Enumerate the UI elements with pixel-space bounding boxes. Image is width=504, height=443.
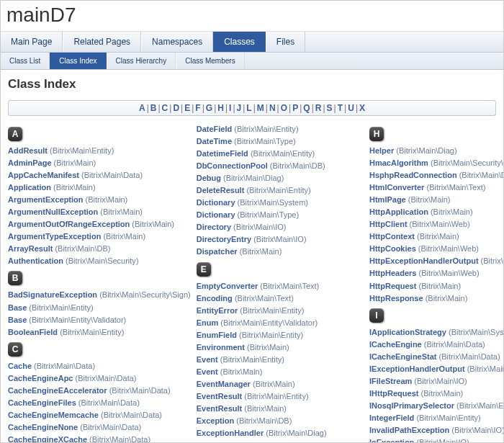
class-link[interactable]: EventManager (Bitrix\Main) — [197, 378, 364, 390]
class-link[interactable]: Directory (Bitrix\Main\IO) — [197, 221, 364, 233]
class-link[interactable]: CacheEngineNone (Bitrix\Main\Data) — [8, 421, 191, 434]
class-link[interactable]: AddResult (Bitrix\Main\Entity) — [8, 145, 191, 157]
alpha-link-f[interactable]: F — [195, 103, 200, 113]
class-link[interactable]: Event (Bitrix\Main\Entity) — [197, 354, 364, 366]
alpha-link-t[interactable]: T — [338, 103, 343, 113]
alpha-link-c[interactable]: C — [162, 103, 168, 113]
class-link[interactable]: BadSignatureException (Bitrix\Main\Secur… — [8, 289, 191, 301]
alpha-link-a[interactable]: A — [139, 103, 145, 113]
alpha-link-u[interactable]: U — [348, 103, 354, 113]
class-link[interactable]: Authentication (Bitrix\Main\Security) — [8, 255, 191, 267]
class-link[interactable]: Enum (Bitrix\Main\Entity\Validator) — [197, 317, 364, 329]
class-link[interactable]: IApplicationStrategy (Bitrix\Main\System… — [369, 326, 503, 339]
class-link[interactable]: HmacAlgorithm (Bitrix\Main\Security\Sign… — [369, 157, 503, 169]
class-link[interactable]: HsphpReadConnection (Bitrix\Main\Data) — [369, 169, 503, 182]
class-link[interactable]: IoException (Bitrix\Main\IO) — [369, 437, 503, 443]
tab-namespaces[interactable]: Namespaces — [141, 32, 213, 52]
class-link[interactable]: EventResult (Bitrix\Main) — [197, 403, 364, 415]
alpha-link-e[interactable]: E — [184, 103, 190, 113]
class-link[interactable]: ArgumentNullException (Bitrix\Main) — [8, 206, 191, 218]
class-link[interactable]: EventResult (Bitrix\Main\Entity) — [197, 390, 364, 403]
alpha-link-o[interactable]: O — [281, 103, 287, 113]
class-link[interactable]: HttpClient (Bitrix\Main\Web) — [369, 218, 503, 231]
class-link[interactable]: Event (Bitrix\Main) — [197, 366, 364, 378]
tab-files[interactable]: Files — [266, 32, 305, 52]
alpha-link-b[interactable]: B — [150, 103, 157, 113]
subtab-class-index[interactable]: Class Index — [50, 53, 106, 69]
class-link[interactable]: ICacheEngine (Bitrix\Main\Data) — [369, 339, 503, 351]
class-link[interactable]: DbConnectionPool (Bitrix\Main\DB) — [197, 160, 364, 172]
alpha-link-p[interactable]: P — [292, 103, 298, 113]
alpha-link-m[interactable]: M — [257, 103, 264, 113]
class-link[interactable]: CacheEngineXCache (Bitrix\Main\Data) — [8, 434, 191, 443]
alpha-link-r[interactable]: R — [315, 103, 322, 113]
class-link[interactable]: Base (Bitrix\Main\Entity\Validator) — [8, 314, 191, 326]
class-link[interactable]: Exception (Bitrix\Main\DB) — [197, 415, 364, 427]
class-link[interactable]: DeleteResult (Bitrix\Main\Entity) — [197, 184, 364, 197]
tab-main-page[interactable]: Main Page — [1, 32, 63, 52]
alpha-link-n[interactable]: N — [269, 103, 276, 113]
tab-classes[interactable]: Classes — [213, 32, 266, 52]
class-link[interactable]: Dispatcher (Bitrix\Main) — [197, 246, 364, 258]
alpha-link-g[interactable]: G — [206, 103, 212, 113]
tab-related-pages[interactable]: Related Pages — [63, 32, 141, 52]
subtab-class-members[interactable]: Class Members — [176, 53, 244, 69]
class-link[interactable]: Base (Bitrix\Main\Entity) — [8, 302, 191, 314]
class-link[interactable]: CacheEngineApc (Bitrix\Main\Data) — [8, 372, 191, 385]
class-link[interactable]: Cache (Bitrix\Main\Data) — [8, 360, 191, 372]
alpha-link-l[interactable]: L — [246, 103, 251, 113]
class-link[interactable]: EntityError (Bitrix\Main\Entity) — [197, 305, 364, 317]
class-link[interactable]: EmptyConverter (Bitrix\Main\Text) — [197, 280, 364, 292]
class-link[interactable]: ExceptionHandler (Bitrix\Main\Diag) — [197, 427, 364, 439]
class-link[interactable]: Environment (Bitrix\Main) — [197, 341, 364, 354]
class-link[interactable]: Debug (Bitrix\Main\Diag) — [197, 172, 364, 184]
subtab-class-hierarchy[interactable]: Class Hierarchy — [107, 53, 176, 69]
alpha-link-j[interactable]: J — [237, 103, 242, 113]
class-link[interactable]: ArrayResult (Bitrix\Main\DB) — [8, 243, 191, 255]
class-link[interactable]: HttpRequest (Bitrix\Main) — [369, 280, 503, 292]
class-link[interactable]: DirectoryEntry (Bitrix\Main\IO) — [197, 233, 364, 246]
class-link[interactable]: AppCacheManifest (Bitrix\Main\Data) — [8, 169, 191, 182]
class-link[interactable]: DatetimeField (Bitrix\Main\Entity) — [197, 148, 364, 160]
class-link[interactable]: CacheEngineEAccelerator (Bitrix\Main\Dat… — [8, 385, 191, 397]
class-link[interactable]: HttpHeaders (Bitrix\Main\Web) — [369, 267, 503, 279]
class-link[interactable]: IFileStream (Bitrix\Main\IO) — [369, 375, 503, 388]
class-link[interactable]: HttpApplication (Bitrix\Main) — [369, 206, 503, 218]
subtab-class-list[interactable]: Class List — [1, 53, 50, 69]
class-link[interactable]: Dictionary (Bitrix\Main\System) — [197, 197, 364, 209]
class-namespace: Bitrix\Main\Data — [84, 171, 140, 179]
class-link[interactable]: ArgumentException (Bitrix\Main) — [8, 194, 191, 206]
class-link[interactable]: HttpExceptionHandlerOutput (Bitrix\Main\… — [369, 255, 503, 267]
alpha-link-s[interactable]: S — [327, 103, 333, 113]
alpha-link-x[interactable]: X — [359, 103, 365, 113]
class-link[interactable]: BooleanField (Bitrix\Main\Entity) — [8, 326, 191, 339]
alpha-link-i[interactable]: I — [229, 103, 231, 113]
class-link[interactable]: Helper (Bitrix\Main\Diag) — [369, 145, 503, 157]
class-link[interactable]: ExceptionHandlerFormatter (Bitrix\Main\D… — [197, 439, 364, 443]
alpha-link-q[interactable]: Q — [303, 103, 310, 113]
class-link[interactable]: IntegerField (Bitrix\Main\Entity) — [369, 412, 503, 424]
class-link[interactable]: EnumField (Bitrix\Main\Entity) — [197, 329, 364, 341]
class-link[interactable]: InvalidPathException (Bitrix\Main\IO) — [369, 424, 503, 437]
class-link[interactable]: Application (Bitrix\Main) — [8, 182, 191, 194]
class-link[interactable]: CacheEngineMemcache (Bitrix\Main\Data) — [8, 409, 191, 421]
class-link[interactable]: IExceptionHandlerOutput (Bitrix\Main\Dia… — [369, 363, 503, 375]
class-link[interactable]: INosqlPrimarySelector (Bitrix\Main\Entit… — [369, 400, 503, 412]
class-link[interactable]: ArgumentOutOfRangeException (Bitrix\Main… — [8, 218, 191, 231]
class-link[interactable]: ArgumentTypeException (Bitrix\Main) — [8, 231, 191, 243]
class-link[interactable]: DateField (Bitrix\Main\Entity) — [197, 123, 364, 135]
class-link[interactable]: HttpResponse (Bitrix\Main) — [369, 292, 503, 305]
alpha-link-h[interactable]: H — [217, 103, 224, 113]
class-link[interactable]: HtmlConverter (Bitrix\Main\Text) — [369, 182, 503, 194]
class-link[interactable]: AdminPage (Bitrix\Main) — [8, 157, 191, 169]
class-link[interactable]: HttpContext (Bitrix\Main) — [369, 231, 503, 243]
class-link[interactable]: HtmlPage (Bitrix\Main) — [369, 194, 503, 206]
class-link[interactable]: Dictionary (Bitrix\Main\Type) — [197, 209, 364, 221]
class-link[interactable]: HttpCookies (Bitrix\Main\Web) — [369, 243, 503, 255]
class-link[interactable]: CacheEngineFiles (Bitrix\Main\Data) — [8, 397, 191, 409]
alpha-link-d[interactable]: D — [173, 103, 179, 113]
class-link[interactable]: Encoding (Bitrix\Main\Text) — [197, 292, 364, 305]
class-link[interactable]: IHttpRequest (Bitrix\Main) — [369, 388, 503, 400]
class-link[interactable]: ICacheEngineStat (Bitrix\Main\Data) — [369, 351, 503, 363]
class-link[interactable]: DateTime (Bitrix\Main\Type) — [197, 135, 364, 148]
